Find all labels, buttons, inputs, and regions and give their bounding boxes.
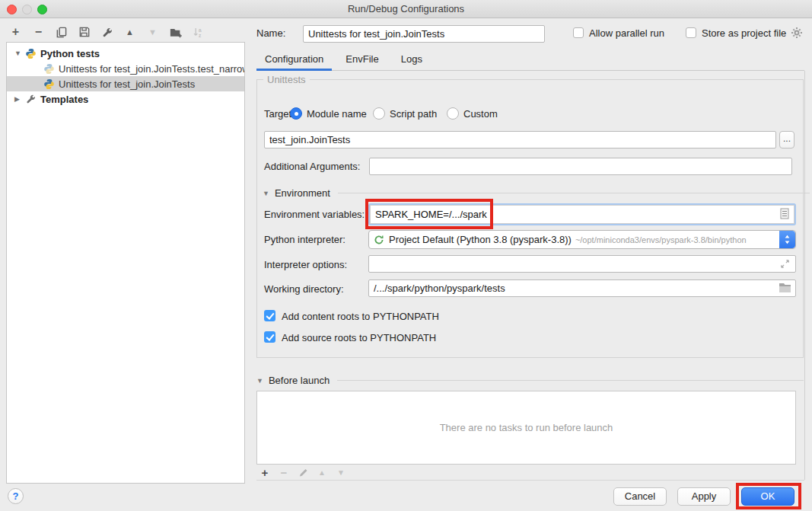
apply-button[interactable]: Apply xyxy=(677,487,731,506)
python-interpreter-select[interactable]: Project Default (Python 3.8 (pyspark-3.8… xyxy=(368,230,796,249)
content-bottom-border xyxy=(256,480,804,481)
interpreter-options-label: Interpreter options: xyxy=(264,259,347,270)
chevron-down-icon[interactable]: ▼ xyxy=(256,377,263,385)
environment-variables-value: SPARK_HOME=/.../spark xyxy=(375,209,780,220)
configurations-tree: ▼ Python tests Unittests for test_join.J… xyxy=(6,42,245,484)
store-as-project-file-label: Store as project file xyxy=(702,27,786,39)
tree-item-label: Templates xyxy=(40,94,88,105)
section-divider xyxy=(338,193,810,193)
remove-configuration-icon[interactable]: − xyxy=(32,26,45,39)
tree-item-label: Unittests for test_join.JoinTests.test_n… xyxy=(59,63,245,75)
run-debug-configurations-dialog: Run/Debug Configurations + − ▲ ▼ az ▼ Py xyxy=(0,0,812,511)
tree-item-unittests-narrow[interactable]: Unittests for test_join.JoinTests.test_n… xyxy=(7,61,244,76)
python-interpreter-path: ~/opt/miniconda3/envs/pyspark-3.8/bin/py… xyxy=(575,235,747,244)
svg-text:a: a xyxy=(199,27,202,32)
expand-field-icon[interactable] xyxy=(780,259,790,271)
python-test-icon xyxy=(43,63,55,75)
edit-task-icon xyxy=(298,467,308,477)
section-divider xyxy=(337,380,804,381)
gear-icon[interactable] xyxy=(791,27,803,41)
tree-item-label: Python tests xyxy=(40,48,100,59)
radio-script-path-label: Script path xyxy=(390,108,437,120)
titlebar: Run/Debug Configurations xyxy=(0,0,812,18)
new-folder-icon[interactable] xyxy=(169,26,182,39)
wrench-icon xyxy=(25,94,37,105)
help-button[interactable]: ? xyxy=(8,488,24,504)
working-directory-label: Working directory: xyxy=(264,283,344,295)
environment-variables-input[interactable]: SPARK_HOME=/.../spark xyxy=(368,203,796,225)
before-launch-section-header[interactable]: ▼ Before launch xyxy=(256,375,804,386)
add-content-roots-checkbox[interactable] xyxy=(264,310,275,321)
python-interpreter-value: Project Default (Python 3.8 (pyspark-3.8… xyxy=(389,234,572,245)
move-task-down-icon: ▼ xyxy=(336,467,346,477)
allow-parallel-run-checkbox[interactable] xyxy=(573,27,584,38)
empty-task-message: There are no tasks to run before launch xyxy=(440,422,613,433)
add-task-icon[interactable]: + xyxy=(260,467,270,477)
configuration-editor: Name: Allow parallel run Store as projec… xyxy=(256,18,812,511)
radio-script-path[interactable] xyxy=(373,107,385,120)
copy-configuration-icon[interactable] xyxy=(55,26,68,39)
edit-templates-icon[interactable] xyxy=(100,26,113,39)
before-launch-task-list[interactable]: There are no tasks to run before launch xyxy=(256,391,796,465)
add-configuration-icon[interactable]: + xyxy=(9,26,22,39)
tab-logs[interactable]: Logs xyxy=(393,50,431,71)
environment-section-title: Environment xyxy=(275,187,330,199)
name-label: Name: xyxy=(256,27,285,39)
python-test-icon xyxy=(43,78,55,90)
svg-text:z: z xyxy=(199,33,202,38)
store-as-project-file-checkbox[interactable] xyxy=(686,27,696,38)
configurations-toolbar: + − ▲ ▼ az xyxy=(9,24,205,40)
python-icon xyxy=(25,48,37,59)
allow-parallel-run-label: Allow parallel run xyxy=(589,27,664,39)
before-launch-title: Before launch xyxy=(269,375,330,386)
tab-envfile[interactable]: EnvFile xyxy=(337,50,387,71)
chevron-right-icon[interactable]: ▶ xyxy=(14,95,25,103)
folder-icon[interactable] xyxy=(779,283,791,295)
sort-alphabetically-icon: az xyxy=(192,26,205,39)
python-interpreter-label: Python interpreter: xyxy=(264,234,345,245)
radio-custom[interactable] xyxy=(447,107,459,120)
save-configuration-icon[interactable] xyxy=(78,26,91,39)
name-input[interactable] xyxy=(303,25,545,43)
browse-variables-icon[interactable] xyxy=(780,208,789,222)
environment-variables-label: Environment variables: xyxy=(264,209,365,220)
additional-arguments-label: Additional Arguments: xyxy=(264,161,360,172)
tree-item-python-tests[interactable]: ▼ Python tests xyxy=(7,46,244,61)
move-task-up-icon: ▲ xyxy=(317,467,327,477)
before-launch-toolbar: + − ▲ ▼ xyxy=(260,467,346,477)
chevron-down-icon[interactable]: ▼ xyxy=(263,190,269,197)
add-content-roots-label: Add content roots to PYTHONPATH xyxy=(282,311,439,322)
tab-bar: Configuration EnvFile Logs xyxy=(256,50,804,71)
dropdown-stepper-icon[interactable] xyxy=(779,231,795,248)
move-down-icon: ▼ xyxy=(146,26,159,39)
additional-arguments-input[interactable] xyxy=(369,158,792,175)
radio-custom-label: Custom xyxy=(463,108,498,120)
radio-module-name[interactable] xyxy=(290,107,302,120)
conda-environment-icon xyxy=(374,235,384,245)
target-module-input[interactable] xyxy=(264,131,776,149)
tree-item-label: Unittests for test_join.JoinTests xyxy=(59,78,195,90)
window-title: Run/Debug Configurations xyxy=(0,3,812,14)
tab-configuration[interactable]: Configuration xyxy=(256,50,332,71)
working-directory-input[interactable] xyxy=(368,279,796,297)
unittests-group-label: Unittests xyxy=(263,74,310,85)
chevron-down-icon[interactable]: ▼ xyxy=(14,50,25,57)
remove-task-icon: − xyxy=(279,467,289,477)
content-right-border xyxy=(804,71,805,480)
cancel-button[interactable]: Cancel xyxy=(613,487,667,506)
move-up-icon[interactable]: ▲ xyxy=(123,26,136,39)
environment-section-header[interactable]: ▼ Environment xyxy=(263,187,810,199)
tree-item-unittests-jointests[interactable]: Unittests for test_join.JoinTests xyxy=(7,76,244,91)
interpreter-options-input[interactable] xyxy=(368,255,796,273)
radio-module-name-label: Module name xyxy=(307,108,367,120)
add-source-roots-checkbox[interactable] xyxy=(264,331,275,343)
browse-target-button[interactable]: ... xyxy=(779,131,794,149)
tree-item-templates[interactable]: ▶ Templates xyxy=(7,91,244,107)
ok-button[interactable]: OK xyxy=(741,487,794,506)
add-source-roots-label: Add source roots to PYTHONPATH xyxy=(282,332,436,343)
